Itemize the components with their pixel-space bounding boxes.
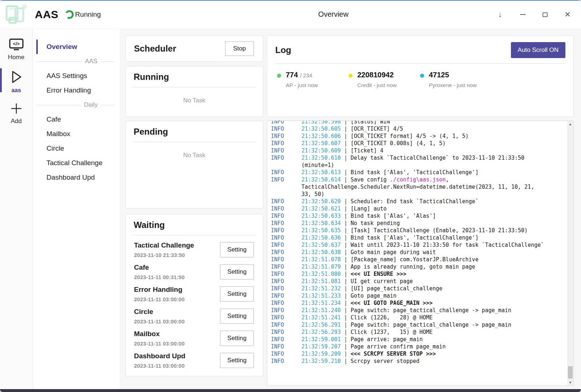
log-title: Log (275, 45, 291, 55)
divider-line (101, 105, 114, 105)
log-entry: INFO21:32:56.291 | Page switch: page_tac… (271, 321, 567, 328)
close-button[interactable]: ✕ (564, 11, 572, 19)
rail-item-home[interactable]: </> Home (0, 33, 32, 65)
waiting-task-time: 2023-11-11 03:00:00 (134, 296, 184, 302)
minimize-button[interactable] (519, 11, 527, 19)
log-timestamp: 21:32:51.081 (301, 278, 341, 285)
log-text: [Lang] auto (350, 205, 386, 212)
rail-aas-label: aas (11, 87, 21, 94)
waiting-task-name: Error Handling (134, 286, 184, 294)
setting-button[interactable]: Setting (220, 264, 254, 279)
log-message: 21:32:50.634 | No task pending (301, 220, 545, 227)
setting-button[interactable]: Setting (220, 242, 254, 257)
rail-item-aas[interactable]: aas (0, 65, 32, 97)
nav-item[interactable]: AAS Settings (33, 69, 120, 83)
home-code-monitor-icon: </> (9, 38, 24, 51)
nav-section-daily-label: Daily (84, 101, 98, 109)
log-text: Click (1237, 15) @ HOME (350, 329, 432, 335)
waiting-task-time: 2023-11-11 03:00:00 (134, 318, 184, 324)
log-timestamp: 21:32:51.233 (301, 293, 341, 299)
nav-section-daily: Daily (36, 98, 114, 112)
setting-button[interactable]: Setting (220, 286, 254, 302)
log-timestamp: 21:32:59.207 (301, 343, 341, 350)
log-viewport[interactable]: INFO21:32:50.598 | [Status] WIN INFO21:3… (267, 121, 567, 385)
divider-line (36, 61, 82, 62)
log-message: 21:32:50.610 | Delay task `TacticalChall… (301, 154, 545, 169)
log-separator: | (341, 329, 350, 335)
auto-scroll-button[interactable]: Auto Scroll ON (511, 42, 565, 58)
nav-item[interactable]: Tactical Challenge (33, 156, 120, 170)
nav-item[interactable]: Circle (33, 141, 120, 156)
app-title: AAS (35, 8, 58, 21)
nav-item[interactable]: Dashboard Upd (33, 170, 120, 185)
log-separator: | (341, 213, 350, 219)
nav-item-overview[interactable]: Overview (36, 40, 120, 54)
stat-value: 220810942 (357, 71, 394, 79)
stat-label: AP - just now (286, 82, 318, 88)
log-level: INFO (271, 169, 301, 176)
nav-item[interactable]: Cafe (33, 112, 120, 127)
log-text: Scrcpy server stopped (350, 358, 419, 364)
nav-section-aas: AAS (36, 54, 114, 69)
log-text: [UI] page_tactical_challenge (350, 285, 442, 292)
log-stats: 774 / 234 AP - just now 220810942 (275, 64, 565, 88)
log-message: 21:32:50.607 | [OCR_TICKET 0.008s] (4, 1… (301, 140, 545, 147)
log-text: [Task] TacticalChallenge (Enable, 2023-1… (350, 227, 528, 234)
divider (132, 142, 256, 142)
log-separator: | (341, 140, 350, 147)
log-timestamp: 21:32:50.637 (301, 242, 341, 248)
scroll-up-button[interactable]: ▲ (567, 121, 573, 127)
maximize-button[interactable] (541, 11, 549, 19)
log-timestamp: 21:32:50.607 (301, 140, 341, 147)
nav-section-aas-label: AAS (85, 58, 97, 65)
log-message: 21:32:51.241 | Click (1226, 28) @ HOME (301, 314, 545, 321)
log-text: Bind task ['Alas', 'TacticalChallenge'] (350, 169, 478, 176)
log-separator: | (341, 285, 350, 292)
stop-button[interactable]: Stop (225, 41, 254, 56)
log-text: <<< SCRCPY SERVER STOP >>> (350, 351, 436, 357)
log-separator: | (341, 234, 350, 241)
log-timestamp: 21:32:56.293 (301, 329, 341, 335)
scroll-thumb[interactable] (568, 366, 573, 379)
log-message: 21:32:50.636 | Bind task ['Alas', 'Tacti… (301, 234, 545, 241)
log-level: INFO (271, 249, 301, 256)
log-entry: INFO21:32:51.240 | Page switch: page_tac… (271, 307, 567, 314)
waiting-task-row: Cafe 2023-11-11 00:31:50 Setting (134, 261, 254, 283)
log-timestamp: 21:32:50.638 (301, 249, 341, 256)
log-timestamp: 21:32:51.078 (301, 256, 341, 263)
waiting-task-row: Circle 2023-11-11 03:00:00 Setting (134, 305, 254, 327)
status-text: Running (75, 11, 101, 19)
setting-button[interactable]: Setting (220, 353, 254, 368)
setting-button[interactable]: Setting (220, 309, 254, 324)
scroll-track[interactable] (567, 127, 573, 379)
log-separator: | (341, 227, 350, 234)
waiting-task-row: Error Handling 2023-11-11 03:00:00 Setti… (134, 283, 254, 305)
log-timestamp: 21:32:50.620 (301, 198, 341, 205)
log-text: <<< UI GOTO PAGE_MAIN >>> (350, 300, 432, 306)
nav-item[interactable]: Mailbox (33, 127, 120, 141)
close-icon: ✕ (564, 10, 571, 19)
nav-item[interactable]: Error Handling (33, 83, 120, 98)
stat-label: Pyroxene - just now (429, 82, 477, 88)
log-message: 21:32:51.233 | Goto page_main (301, 292, 545, 299)
rail-item-add[interactable]: Add (0, 97, 32, 129)
log-entry: INFO21:32:51.078 | [Package_name] com.Yo… (271, 256, 567, 263)
log-separator: | (341, 307, 350, 314)
stat-dot-icon (420, 74, 424, 78)
log-message: 21:32:50.613 | Bind task ['Alas', 'Tacti… (301, 169, 545, 176)
hide-window-button[interactable]: ↓ (496, 11, 504, 19)
setting-button[interactable]: Setting (220, 331, 254, 346)
log-entry: INFO21:32:51.241 | Click (1226, 28) @ HO… (271, 314, 567, 321)
scroll-down-button[interactable]: ▼ (567, 379, 573, 385)
log-level: INFO (271, 147, 301, 154)
log-text: [Status] WIN (350, 121, 390, 125)
titlebar: AAS Running Overview ↓ ✕ (0, 0, 581, 29)
log-message: 21:32:51.240 | Page switch: page_tactica… (301, 307, 545, 314)
log-entry: INFO21:32:50.605 | [OCR_TICKET] 4/5 (271, 125, 567, 132)
log-message: 21:32:50.633 | Bind task ['Alas', 'Alas'… (301, 212, 545, 220)
log-entry: INFO21:32:51.081 | UI get current page (271, 278, 567, 285)
log-level: INFO (271, 125, 301, 132)
log-level: INFO (271, 121, 301, 125)
log-text: Click (1226, 28) @ HOME (350, 314, 432, 321)
log-message: 21:32:51.080 | <<< UI ENSURE >>> (301, 270, 545, 278)
